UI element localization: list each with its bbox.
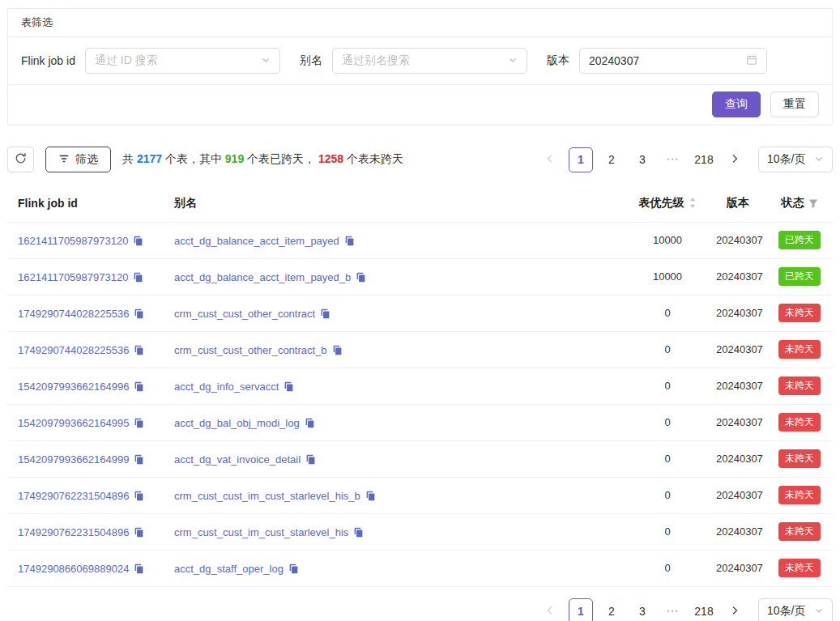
summary-text: 共 2177 个表，其中 919 个表已跨天， 1258 个表未跨天: [122, 152, 403, 167]
alias-link[interactable]: acct_dg_info_servacct: [174, 381, 279, 393]
prev-page-button[interactable]: [538, 598, 562, 621]
job-id-link[interactable]: 1749290866069889024: [18, 563, 129, 575]
copy-icon[interactable]: [134, 381, 144, 392]
alias-link[interactable]: crm_cust_cust_im_cust_starlevel_his: [174, 526, 348, 538]
page-ellipsis[interactable]: •••: [661, 147, 685, 172]
table-row: 1749290762231504896 crm_cust_cust_im_cus…: [7, 513, 833, 550]
query-button[interactable]: 查询: [712, 91, 761, 117]
job-id-link[interactable]: 1621411705987973120: [18, 271, 128, 283]
status-badge: 未跨天: [778, 340, 821, 358]
bottom-bar: 1 2 3 ••• 218 10条/页: [7, 598, 833, 621]
status-badge: 已跨天: [778, 231, 821, 249]
reset-button[interactable]: 重置: [770, 91, 819, 117]
copy-icon[interactable]: [133, 272, 143, 283]
alias-link[interactable]: crm_cust_cust_other_contract_b: [174, 344, 327, 356]
copy-icon[interactable]: [305, 454, 316, 465]
summary-seg1: 个表，其中: [162, 152, 225, 165]
copy-icon[interactable]: [353, 527, 364, 538]
copy-icon[interactable]: [320, 308, 330, 319]
copy-icon[interactable]: [356, 272, 366, 283]
version-date-input[interactable]: 20240307: [579, 48, 767, 74]
refresh-icon: [15, 152, 27, 167]
alias-link[interactable]: acct_dg_staff_oper_log: [174, 563, 284, 575]
priority-cell: 0: [625, 404, 710, 440]
copy-icon[interactable]: [344, 236, 355, 246]
page-button-1[interactable]: 1: [569, 147, 593, 172]
job-id-link[interactable]: 1749290744028225536: [18, 344, 129, 356]
table-row: 1621411705987973120 acct_dg_balance_acct…: [7, 258, 833, 295]
copy-icon[interactable]: [305, 418, 315, 428]
status-badge: 已跨天: [778, 267, 821, 285]
filter-button-label: 筛选: [75, 152, 98, 167]
col-header-status[interactable]: 状态: [766, 185, 833, 222]
copy-icon[interactable]: [288, 564, 299, 574]
status-badge: 未跨天: [778, 486, 821, 504]
copy-icon[interactable]: [134, 418, 144, 428]
alias-link[interactable]: acct_dg_balance_acct_item_payed_b: [174, 271, 351, 283]
page-button-3[interactable]: 3: [630, 147, 655, 172]
alias-link[interactable]: crm_cust_cust_im_cust_starlevel_his_b: [174, 490, 360, 502]
filter-button[interactable]: 筛选: [45, 147, 111, 172]
page-button-3[interactable]: 3: [630, 598, 655, 621]
refresh-button[interactable]: [7, 147, 34, 172]
copy-icon[interactable]: [134, 308, 144, 319]
job-id-link[interactable]: 1542097993662164995: [18, 417, 129, 429]
copy-icon[interactable]: [134, 527, 144, 538]
alias-link[interactable]: crm_cust_cust_other_contract: [174, 308, 315, 320]
copy-icon[interactable]: [134, 491, 144, 501]
summary-seg3: 个表未跨天: [343, 152, 403, 165]
alias-field: 别名 通过别名搜索: [300, 48, 527, 74]
page-button-2[interactable]: 2: [599, 147, 624, 172]
chevron-left-icon: [546, 153, 554, 166]
copy-icon[interactable]: [365, 491, 376, 501]
job-id-link[interactable]: 1749290744028225536: [18, 308, 129, 320]
copy-icon[interactable]: [332, 345, 343, 355]
version-cell: 20240307: [710, 550, 766, 586]
calendar-icon: [746, 54, 757, 68]
page-button-last[interactable]: 218: [692, 598, 716, 621]
version-cell: 20240307: [710, 222, 766, 258]
status-badge: 未跨天: [778, 413, 821, 431]
flink-job-id-field: Flink job id 通过 ID 搜索: [21, 48, 280, 74]
table-row: 1749290866069889024 acct_dg_staff_oper_l…: [7, 550, 833, 586]
job-id-link[interactable]: 1621411705987973120: [18, 235, 128, 247]
page-size-select[interactable]: 10条/页: [758, 147, 833, 172]
page-button-last[interactable]: 218: [692, 147, 716, 172]
next-page-button[interactable]: [723, 598, 747, 621]
version-field: 版本 20240307: [547, 48, 767, 74]
page-button-1[interactable]: 1: [569, 598, 593, 621]
table-row: 1749290762231504896 crm_cust_cust_im_cus…: [7, 477, 833, 513]
copy-icon[interactable]: [284, 381, 294, 392]
job-id-link[interactable]: 1542097993662164996: [18, 381, 129, 393]
job-id-link[interactable]: 1749290762231504896: [18, 526, 129, 538]
alias-link[interactable]: acct_dg_bal_obj_modi_log: [174, 417, 300, 429]
copy-icon[interactable]: [134, 345, 144, 355]
table-row: 1542097993662164995 acct_dg_bal_obj_modi…: [7, 404, 833, 440]
job-id-link[interactable]: 1542097993662164999: [18, 453, 129, 466]
page-button-2[interactable]: 2: [599, 598, 624, 621]
version-label: 版本: [547, 53, 569, 68]
status-badge: 未跨天: [778, 522, 821, 540]
version-cell: 20240307: [710, 331, 766, 368]
flink-job-id-select[interactable]: 通过 ID 搜索: [85, 48, 280, 74]
col-header-priority[interactable]: 表优先级: [625, 185, 710, 222]
job-id-link[interactable]: 1749290762231504896: [18, 490, 129, 502]
toolbar: 筛选 共 2177 个表，其中 919 个表已跨天， 1258 个表未跨天 1 …: [7, 147, 833, 172]
alias-link[interactable]: acct_dg_vat_invoice_detail: [174, 453, 301, 466]
alias-select[interactable]: 通过别名搜索: [332, 48, 527, 74]
page-ellipsis[interactable]: •••: [661, 598, 685, 621]
page-size-select[interactable]: 10条/页: [758, 598, 833, 621]
sorter-icon[interactable]: [689, 196, 697, 210]
column-filter-icon[interactable]: [808, 198, 818, 208]
status-badge: 未跨天: [778, 376, 821, 394]
version-cell: 20240307: [710, 258, 766, 295]
uncrossed-count: 1258: [318, 152, 343, 165]
copy-icon[interactable]: [133, 236, 143, 246]
copy-icon[interactable]: [134, 454, 144, 465]
alias-link[interactable]: acct_dg_balance_acct_item_payed: [174, 235, 339, 247]
copy-icon[interactable]: [134, 564, 144, 574]
version-cell: 20240307: [710, 513, 766, 550]
prev-page-button[interactable]: [538, 147, 562, 172]
next-page-button[interactable]: [723, 147, 747, 172]
priority-cell: 0: [625, 440, 710, 477]
